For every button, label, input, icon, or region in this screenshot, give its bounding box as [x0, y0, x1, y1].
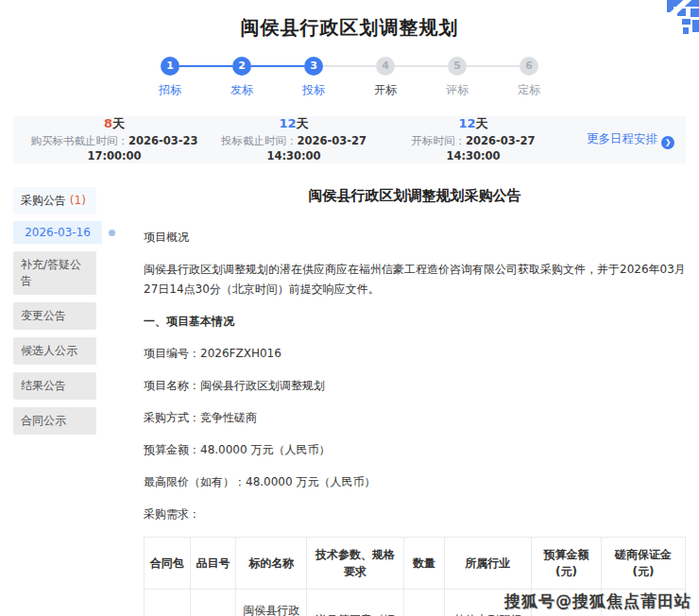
cell-tech-specs: 详见第三章《招标内容及要求》 [306, 590, 403, 616]
col-deposit: 磋商保证金 (元) [602, 538, 686, 590]
schedule-item-bid-deadline: 12天 投标截止时间：2026-03-27 14:30:00 [204, 115, 384, 164]
section1-title: 一、项目基本情况 [144, 312, 686, 332]
sidebar-item-result-notice[interactable]: 结果公告 [13, 372, 96, 400]
announcement-title: 闽侯县行政区划调整规划采购公告 [144, 187, 686, 205]
announcement-body: 闽侯县行政区划调整规划采购公告 项目概况 闽侯县行政区划调整规划的潜在供应商应在… [119, 187, 686, 616]
step-number: 2 [232, 57, 251, 76]
field-project-number: 项目编号：2026FZXH016 [144, 344, 686, 364]
step-dingbiao: 6 定标 [493, 57, 565, 98]
step-fabiao: 2 发标 [206, 57, 278, 98]
field-procurement-method: 采购方式：竞争性磋商 [144, 408, 686, 428]
cell-quantity: 1项 [404, 590, 445, 616]
sidebar-item-procurement-notice[interactable]: 采购公告 (1) [13, 187, 96, 214]
col-tech-specs: 技术参数、规格要求 [306, 538, 403, 590]
sidebar: 采购公告 (1) 2026-03-16 补充/答疑公告 变更公告 候选人公示 结… [13, 187, 119, 616]
field-procurement-demand: 采购需求： [144, 505, 686, 524]
step-label: 投标 [278, 82, 350, 98]
timeline-dot-icon [109, 230, 115, 236]
step-zhaobiao: 1 招标 [134, 57, 206, 98]
sidebar-item-candidate-publicity[interactable]: 候选人公示 [13, 337, 96, 365]
progress-stepper: 1 招标 2 发标 3 投标 4 开标 5 评标 6 定标 [0, 57, 699, 98]
col-quantity: 数量 [404, 538, 445, 590]
sidebar-date-item[interactable]: 2026-03-16 [13, 221, 102, 244]
cell-item-number: 1-1 [190, 590, 236, 616]
cell-subject-name: 闽侯县行政区划调整规划 [236, 590, 306, 616]
days-remaining: 12天 [204, 115, 384, 133]
page-title: 闽侯县行政区划调整规划 [0, 0, 699, 41]
step-label: 评标 [421, 82, 493, 98]
step-kaibiao: 4 开标 [350, 57, 421, 98]
notice-count-badge: (1) [70, 194, 86, 207]
field-budget-amount: 预算金额：48.0000 万元（人民币） [144, 440, 686, 460]
col-industry: 所属行业 [444, 538, 531, 590]
overview-heading: 项目概况 [144, 228, 686, 248]
qr-code-icon [657, 0, 699, 34]
days-remaining: 8天 [25, 115, 204, 133]
step-toubiao: 3 投标 [278, 57, 350, 98]
table-header-row: 合同包 品目号 标的名称 技术参数、规格要求 数量 所属行业 预算金额 (元) … [145, 538, 686, 590]
step-number: 3 [304, 57, 323, 76]
step-number: 4 [376, 57, 395, 76]
step-pingbiao: 5 评标 [421, 57, 493, 98]
content-area: 采购公告 (1) 2026-03-16 补充/答疑公告 变更公告 候选人公示 结… [0, 187, 699, 616]
step-number: 1 [161, 57, 179, 76]
col-subject-name: 标的名称 [236, 538, 306, 590]
step-number: 6 [520, 57, 538, 76]
sidebar-item-contract-publicity[interactable]: 合同公示 [13, 407, 96, 435]
deadline-label: 购买标书截止时间： [30, 134, 128, 147]
step-number: 5 [448, 57, 467, 76]
sohu-watermark: 搜狐号@搜狐焦点莆田站 [504, 590, 691, 612]
schedule-item-opening-time: 12天 开标时间：2026-03-27 14:30:00 [384, 115, 563, 164]
arrow-right-icon: ❯ [661, 136, 674, 149]
step-label: 招标 [134, 82, 206, 98]
days-remaining: 12天 [384, 115, 563, 133]
sidebar-item-change-notice[interactable]: 变更公告 [13, 302, 96, 330]
deadline-label: 开标时间： [411, 134, 466, 147]
deadline-label: 投标截止时间： [221, 134, 298, 147]
schedule-bar: 8天 购买标书截止时间：2026-03-23 17:00:00 12天 投标截止… [13, 116, 686, 163]
more-schedule-link[interactable]: 更多日程安排❯ [563, 131, 674, 149]
cell-contract-package: 1 [145, 590, 191, 616]
field-max-price: 最高限价（如有）：48.0000 万元（人民币） [144, 472, 686, 492]
step-label: 定标 [493, 82, 565, 98]
sidebar-item-supplement-notice[interactable]: 补充/答疑公告 [13, 251, 96, 295]
step-label: 开标 [350, 82, 421, 98]
qr-code-fragment [657, 0, 699, 34]
step-label: 发标 [206, 82, 278, 98]
field-project-name: 项目名称：闽侯县行政区划调整规划 [144, 376, 686, 396]
overview-text: 闽侯县行政区划调整规划的潜在供应商应在福州信豪工程造价咨询有限公司获取采购文件，… [144, 260, 686, 299]
col-budget: 预算金额 (元) [531, 538, 601, 590]
col-contract-package: 合同包 [145, 538, 191, 590]
schedule-item-purchase-deadline: 8天 购买标书截止时间：2026-03-23 17:00:00 [25, 115, 204, 164]
col-item-number: 品目号 [190, 538, 236, 590]
